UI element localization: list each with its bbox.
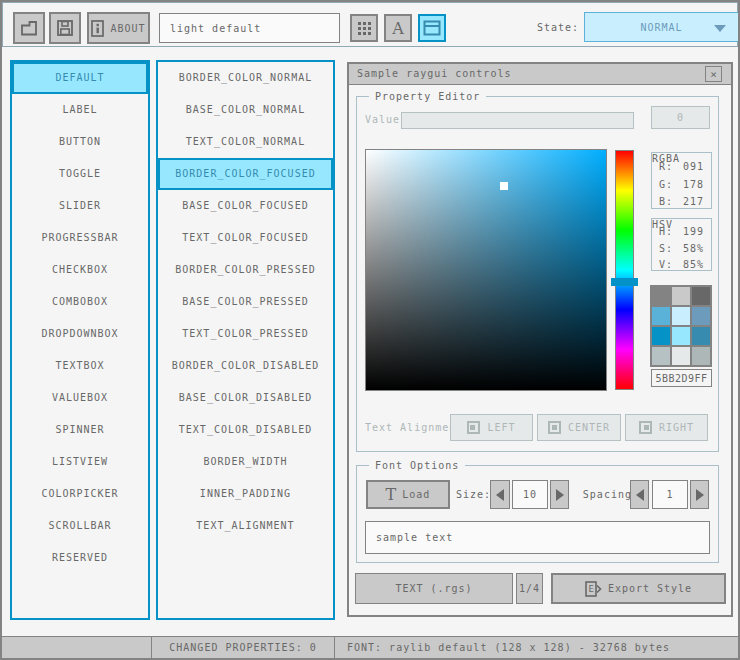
rgba-row-g: G: 178 [659,179,704,190]
size-increment-button[interactable] [550,480,569,509]
style-name-input[interactable] [159,13,340,43]
properties-list-item[interactable]: BORDER_COLOR_DISABLED [158,350,333,382]
hsv-row-s: S: 58% [659,243,704,254]
grid-icon [358,22,371,35]
info-icon [91,20,104,37]
export-style-button[interactable]: E Export Style [551,573,726,604]
controls-list-item[interactable]: COLORPICKER [12,478,148,510]
align-left-label: LEFT [487,422,515,433]
folder-open-icon [19,19,39,37]
align-center-icon [548,421,561,434]
align-left-icon [467,421,480,434]
h-label: H: [659,226,673,237]
spacing-increment-button[interactable] [690,480,709,509]
controls-list-item[interactable]: SPINNER [12,414,148,446]
properties-list-item[interactable]: TEXT_COLOR_FOCUSED [158,222,333,254]
arrow-left-icon [496,489,504,501]
style-color-swatch [692,347,710,365]
load-font-button[interactable]: T Load [366,480,450,509]
property-editor-label: Property Editor [369,91,486,102]
font-options-label: Font Options [369,460,465,471]
properties-list-item[interactable]: TEXT_COLOR_NORMAL [158,126,333,158]
properties-listview: BORDER_COLOR_NORMALBASE_COLOR_NORMALTEXT… [156,60,335,620]
style-color-palette [650,285,712,367]
export-button-label: Export Style [608,583,692,594]
font-view-button[interactable]: A [384,14,412,42]
v-value: 85% [683,259,704,270]
window-panel-icon [423,20,441,36]
size-decrement-button[interactable] [490,480,510,509]
properties-list-item[interactable]: INNER_PADDING [158,478,333,510]
style-color-swatch [652,287,670,305]
g-label: G: [659,179,673,190]
open-style-button[interactable] [13,12,45,44]
properties-list-item[interactable]: TEXT_COLOR_PRESSED [158,318,333,350]
close-icon[interactable]: × [705,66,722,82]
style-color-swatch [672,307,690,325]
statusbar-font-info: FONT: raylib default (128 x 128) - 32768… [334,636,740,659]
arrow-right-icon [696,489,704,501]
state-label: State: [519,22,579,33]
h-value: 199 [683,226,704,237]
align-right-icon [639,421,652,434]
controls-list-item[interactable]: TOGGLE [12,158,148,190]
color-picker-cursor[interactable] [500,182,508,190]
align-left-button: LEFT [450,414,533,441]
properties-list-item[interactable]: BASE_COLOR_PRESSED [158,286,333,318]
controls-list-item[interactable]: LISTVIEW [12,446,148,478]
page-indicator[interactable]: 1/4 [516,573,543,604]
arrow-right-icon [556,489,564,501]
controls-list-item[interactable]: COMBOBOX [12,286,148,318]
properties-list-item[interactable]: BASE_COLOR_NORMAL [158,94,333,126]
properties-list-item[interactable]: BASE_COLOR_FOCUSED [158,190,333,222]
controls-list-item[interactable]: SLIDER [12,190,148,222]
grid-view-button[interactable] [350,14,378,42]
controls-list-item[interactable]: LABEL [12,94,148,126]
style-color-swatch [692,307,710,325]
controls-list-item[interactable]: SCROLLBAR [12,510,148,542]
hue-slider-handle[interactable] [611,278,638,286]
hue-slider[interactable] [615,150,634,390]
size-value[interactable]: 10 [512,480,548,509]
controls-list-item[interactable]: DROPDOWNBOX [12,318,148,350]
style-color-swatch [652,347,670,365]
controls-list-item[interactable]: PROGRESSBAR [12,222,148,254]
style-color-swatch [672,327,690,345]
properties-list-item[interactable]: BORDER_COLOR_NORMAL [158,62,333,94]
about-button-label: ABOUT [110,23,145,34]
about-button[interactable]: ABOUT [87,12,150,44]
properties-list-item[interactable]: BASE_COLOR_DISABLED [158,382,333,414]
state-dropdown[interactable]: NORMAL [584,12,739,42]
properties-list-item[interactable]: TEXT_ALIGNMENT [158,510,333,542]
rgba-row-r: R: 091 [659,161,704,172]
controls-list-item[interactable]: TEXTBOX [12,350,148,382]
save-style-button[interactable] [49,12,81,44]
s-label: S: [659,243,673,254]
save-icon [55,18,75,38]
controls-list-item[interactable]: DEFAULT [12,62,148,94]
controls-list-item[interactable]: RESERVED [12,542,148,574]
v-label: V: [659,259,673,270]
hex-color-input[interactable]: 5BB2D9FF [651,369,712,387]
hsv-row-v: V: 85% [659,259,704,270]
color-picker-panel[interactable] [365,149,607,391]
spacing-decrement-button[interactable] [630,480,649,509]
controls-list-item[interactable]: VALUEBOX [12,382,148,414]
arrow-left-icon [636,489,644,501]
export-format-combo[interactable]: TEXT (.rgs) [355,573,513,604]
chevron-down-icon [714,25,726,32]
properties-list-item[interactable]: BORDER_COLOR_FOCUSED [158,158,333,190]
controls-list-item[interactable]: BUTTON [12,126,148,158]
properties-list-item[interactable]: BORDER_WIDTH [158,446,333,478]
style-color-swatch [652,327,670,345]
b-label: B: [659,196,673,207]
spacing-value[interactable]: 1 [652,480,688,509]
controls-view-button[interactable] [418,14,446,42]
controls-list-item[interactable]: CHECKBOX [12,254,148,286]
style-color-swatch [692,287,710,305]
sample-text-input[interactable]: sample text [365,521,710,554]
properties-list-item[interactable]: BORDER_COLOR_PRESSED [158,254,333,286]
window-title: Sample raygui controls [357,68,511,79]
properties-list-item[interactable]: TEXT_COLOR_DISABLED [158,414,333,446]
style-color-swatch [652,307,670,325]
